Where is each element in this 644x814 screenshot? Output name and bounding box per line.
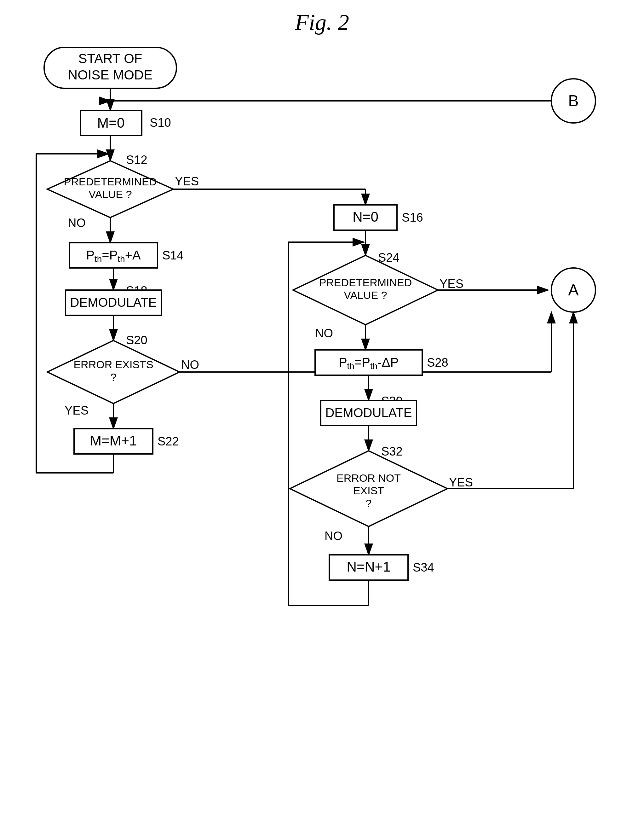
error2-line1: ERROR NOT [336, 472, 401, 484]
error2-line3: ? [366, 497, 372, 509]
s28-label: S28 [427, 356, 448, 369]
no1-label: NO [68, 216, 86, 229]
no4-label: NO [325, 529, 342, 542]
pred2-line1: PREDETERMINED [319, 276, 412, 289]
demod2-label: DEMODULATE [325, 406, 412, 419]
s34-label: S34 [413, 561, 434, 574]
connector-a-label: A [568, 281, 579, 299]
yes2-label: YES [64, 404, 89, 417]
yes3-label: YES [440, 277, 463, 290]
s12-label: S12 [126, 153, 147, 166]
m-plus-label: M=M+1 [90, 433, 137, 448]
start-label: START OF [78, 51, 142, 66]
s14-label: S14 [162, 249, 184, 262]
no2-label: NO [181, 358, 199, 372]
error1-line2: ? [110, 371, 117, 383]
m-zero-label: M=0 [97, 115, 125, 131]
connector-b-label: B [568, 92, 578, 110]
pred1-line1: PREDETERMINED [64, 176, 157, 187]
pred2-line2: VALUE ? [344, 289, 387, 301]
s32-label: S32 [381, 445, 403, 458]
start-label2: NOISE MODE [68, 68, 152, 82]
s24-label: S24 [378, 251, 400, 264]
s10-label: S10 [150, 116, 171, 129]
no3-label: NO [315, 327, 333, 340]
error2-line2: EXIST [353, 485, 384, 496]
n-zero-label: N=0 [353, 209, 379, 224]
pred1-line2: VALUE ? [89, 188, 132, 200]
s20-label: S20 [126, 333, 147, 347]
yes1-label: YES [175, 175, 199, 188]
s22-label: S22 [158, 435, 179, 448]
pth-plus-label: Pth=Pth+A [86, 248, 141, 264]
fig-title: Fig. 2 [295, 9, 349, 35]
error1-line1: ERROR EXISTS [74, 358, 153, 370]
demod1-label: DEMODULATE [70, 295, 157, 309]
yes4-label: YES [449, 476, 473, 489]
s16-label: S16 [402, 211, 423, 224]
n-plus-label: N=N+1 [347, 559, 390, 574]
